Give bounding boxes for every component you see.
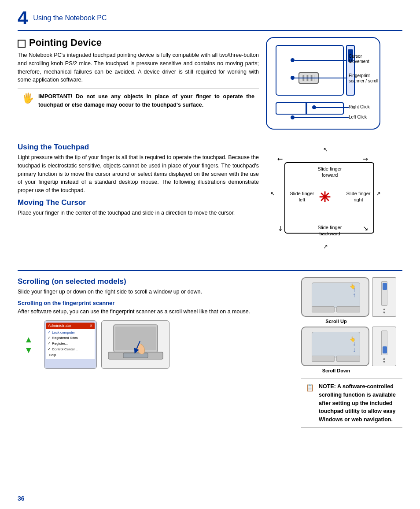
scroll-down-btn-right	[336, 356, 360, 362]
scrollbar-bottom-down: ▼	[383, 360, 386, 364]
using-touchpad-right: ↖ ↗ ↙ ↘ ↖ ↗ ↖ ↗ ✳ Slide finger forward	[266, 143, 402, 264]
page-number: 36	[18, 495, 25, 502]
cursor-top: ↖	[323, 146, 328, 153]
laptop-svg	[105, 323, 166, 367]
cursor-sw: ↙	[276, 223, 285, 233]
scrollbar-thumb-bottom-pos	[383, 346, 387, 353]
cursor-label: Cursor Movement	[349, 54, 369, 64]
hand-icon: 🖐	[22, 93, 34, 103]
touchpad-diagram: Cursor Movement Fingerprint scanner / sc…	[266, 37, 396, 138]
pointing-device-right: Cursor Movement Fingerprint scanner / sc…	[266, 37, 402, 138]
note-icon: 📋	[306, 383, 314, 392]
svg-rect-1	[115, 327, 156, 350]
scroll-up-label: Scroll Up	[302, 319, 370, 324]
using-touchpad-left: Using the Touchpad Light pressure with t…	[18, 143, 259, 264]
cursor-line	[295, 60, 347, 61]
scroll-down-container: ↓ ↓ 👆 Scroll Down ▲ ▼	[301, 327, 402, 366]
slide-backward-label: Slide finger backward	[310, 224, 350, 237]
scrolling-body: Slide your finger up or down on the righ…	[18, 288, 294, 296]
pointing-device-left: Pointing Device The Notebook PC's integr…	[18, 37, 259, 138]
chapter-title: Using the Notebook PC	[33, 14, 107, 22]
scroll-bar-indicator	[346, 45, 355, 96]
fingerprint-scroll-title: Scrolling on the fingerprint scanner	[18, 300, 294, 306]
cursor-se: ↘	[363, 224, 368, 232]
slide-left-label: Slide finger left	[286, 190, 318, 203]
important-box: 🖐 IMPORTANT! Do not use any objects in p…	[18, 89, 259, 113]
cursor-left-side: ↖	[270, 190, 275, 197]
pointing-device-icon	[18, 40, 26, 48]
page: 4 Using the Notebook PC Pointing Device …	[0, 0, 420, 509]
scrolling-right: ↑ ↑ 👆 Scroll Up ▲ ▼	[301, 277, 402, 428]
scrollbar-thumb-top-pos	[383, 283, 387, 290]
fingerprint-scroll-body: After software setup, you can use the fi…	[18, 308, 294, 316]
fingerprint-line	[295, 78, 347, 78]
laptop-touchpad-img	[101, 320, 169, 369]
slide-right-label: Slide finger right	[343, 190, 374, 203]
scroll-up-btn-left	[312, 306, 335, 312]
scrollbar-track-bottom	[381, 331, 387, 355]
scrolling-left: Scrolling (on selected models) Slide you…	[18, 277, 294, 428]
scrollbar-track-top	[381, 281, 387, 306]
scroll-up-arrow2: ↑	[353, 291, 356, 298]
scrollbar-top: ▲ ▼	[372, 277, 396, 317]
fp-demo-images: ▲ ▼ Administrator ✕ ✓Lock computer	[18, 320, 294, 369]
scroll-up-btn-right	[336, 306, 360, 312]
touchpad-inner	[276, 45, 344, 96]
fingerprint-dot	[291, 76, 295, 80]
using-touchpad-body: Light pressure with the tip of your fing…	[18, 153, 259, 195]
moving-cursor-body: Place your finger in the center of the t…	[18, 209, 259, 217]
pointing-device-body: The Notebook PC's integrated touchpad po…	[18, 51, 259, 84]
pointing-device-section: Pointing Device The Notebook PC's integr…	[18, 37, 402, 138]
scrollbar-bottom: ▲ ▼	[372, 327, 396, 366]
admin-window-img: Administrator ✕ ✓Lock computer ✓Register…	[44, 320, 97, 369]
note-text: NOTE: A software-controlled scrolling fu…	[319, 383, 398, 424]
scroll-up-container: ↑ ↑ 👆 Scroll Up ▲ ▼	[301, 277, 402, 317]
center-star: ✳	[319, 189, 331, 206]
green-arrows: ▲ ▼	[24, 334, 33, 355]
fingerprint-label: Fingerprint scanner / scroll	[349, 73, 378, 84]
right-click-line	[316, 107, 349, 108]
green-arrow-down: ▼	[24, 345, 33, 355]
right-click-label: Right Click	[349, 104, 370, 110]
scroll-up-touchpad: ↑ ↑ 👆 Scroll Up	[301, 277, 369, 317]
note-box: 📋 NOTE: A software-controlled scrolling …	[301, 379, 402, 428]
left-button	[276, 102, 306, 115]
using-touchpad-title: Using the Touchpad	[18, 143, 259, 152]
scroll-down-arrow2: ↓	[353, 346, 356, 353]
right-button	[306, 102, 344, 115]
scroll-down-btn-left	[312, 356, 335, 362]
cursor-bottom: ↗	[323, 243, 328, 250]
important-text: IMPORTANT! Do not use any objects in pla…	[38, 93, 254, 109]
cursor-dot	[291, 58, 295, 62]
admin-close-icon: ✕	[89, 323, 93, 328]
finger-up-sketch: 👆	[350, 283, 356, 289]
scrolling-section: Scrolling (on selected models) Slide you…	[18, 277, 402, 428]
finger-down-sketch: 👆	[350, 336, 356, 342]
svg-rect-3	[123, 353, 148, 358]
chapter-number: 4	[18, 9, 28, 27]
scrolling-title: Scrolling (on selected models)	[18, 277, 294, 286]
scroll-down-touchpad: ↓ ↓ 👆 Scroll Down	[301, 327, 369, 366]
pointing-device-title: Pointing Device	[18, 37, 259, 48]
section-divider	[18, 270, 402, 271]
green-arrows-container: ▲ ▼	[18, 320, 40, 369]
scroll-down-label: Scroll Down	[302, 368, 370, 373]
scrollbar-bottom-indicator: ▼	[383, 311, 386, 315]
chapter-header: 4 Using the Notebook PC	[18, 9, 402, 31]
cursor-right-side: ↗	[376, 190, 381, 197]
cursor-nw: ↖	[276, 154, 285, 164]
right-click-dot	[312, 105, 316, 109]
left-click-label: Left Click	[349, 115, 367, 120]
touchpad-movement-diagram: ↖ ↗ ↙ ↘ ↖ ↗ ↖ ↗ ✳ Slide finger forward	[266, 143, 396, 264]
green-arrow-up: ▲	[24, 334, 33, 345]
slide-forward-label: Slide finger forward	[310, 166, 350, 178]
using-touchpad-section: Using the Touchpad Light pressure with t…	[18, 143, 402, 264]
left-click-line	[295, 117, 349, 118]
moving-cursor-title: Moving The Cursor	[18, 198, 259, 207]
left-click-dot	[291, 115, 295, 119]
